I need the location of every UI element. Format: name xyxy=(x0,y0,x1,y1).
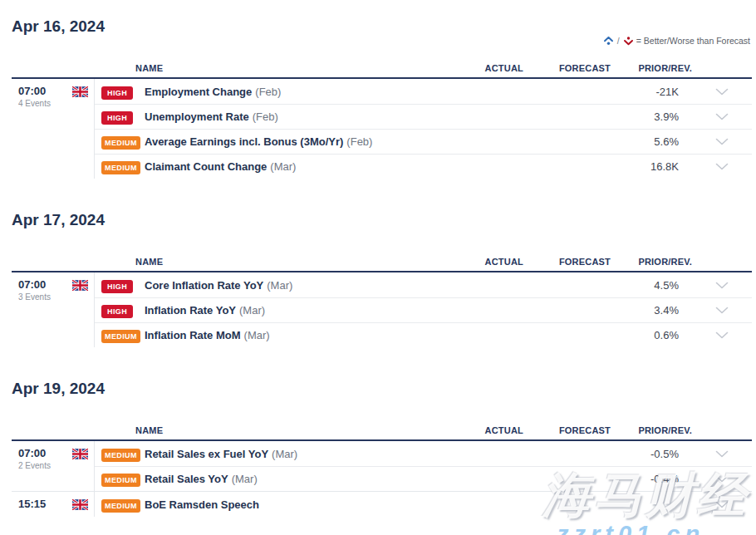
day-section: Apr 19, 2024 NAME ACTUAL FORECAST PRIOR/… xyxy=(12,379,752,517)
expand-cell xyxy=(692,113,752,120)
event-time: 07:00 xyxy=(18,85,51,97)
table-header-row: NAME ACTUAL FORECAST PRIOR/REV. xyxy=(12,63,752,79)
events-table: NAME ACTUAL FORECAST PRIOR/REV. 07:00 2 … xyxy=(12,425,752,517)
prior-value: -0.4% xyxy=(611,473,692,485)
importance-badge: MEDIUM xyxy=(101,330,140,343)
time-cell: 15:15 xyxy=(12,492,94,517)
chevron-down-icon[interactable] xyxy=(715,331,729,339)
event-period: (Mar) xyxy=(270,160,296,173)
events-table: NAME ACTUAL FORECAST PRIOR/REV. 07:00 3 … xyxy=(12,257,752,347)
chevron-down-icon[interactable] xyxy=(715,282,729,289)
event-row[interactable]: HIGH Core Inflation Rate YoY (Mar) 4.5% xyxy=(95,272,752,297)
day-heading: Apr 16, 2024 xyxy=(12,17,752,36)
event-rows: HIGH Core Inflation Rate YoY (Mar) 4.5% … xyxy=(94,272,752,347)
event-name-cell: MEDIUM Average Earnings incl. Bonus (3Mo… xyxy=(95,134,449,150)
uk-flag-icon xyxy=(72,499,88,510)
badge-cell: HIGH xyxy=(101,84,143,100)
event-name: Claimant Count Change xyxy=(145,160,267,173)
time-stack: 07:00 4 Events xyxy=(18,85,51,108)
event-period: (Mar) xyxy=(232,473,258,485)
uk-flag-icon xyxy=(72,449,88,459)
chevron-down-icon[interactable] xyxy=(715,138,729,145)
expand-cell xyxy=(692,88,752,96)
expand-cell xyxy=(692,282,752,289)
event-time: 07:00 xyxy=(18,447,51,459)
chevron-down-icon[interactable] xyxy=(715,450,729,458)
prior-value: 0.6% xyxy=(611,329,692,341)
event-rows: HIGH Employment Change (Feb) -21K HIGH U… xyxy=(94,79,752,179)
event-name: Retail Sales ex Fuel YoY xyxy=(145,448,268,460)
importance-badge: HIGH xyxy=(101,305,133,318)
badge-cell: MEDIUM xyxy=(101,497,143,513)
table-header-row: NAME ACTUAL FORECAST PRIOR/REV. xyxy=(12,425,752,441)
time-group: 07:00 2 Events MEDIUM Retail Sales ex Fu… xyxy=(12,441,752,491)
event-row[interactable]: HIGH Inflation Rate YoY (Mar) 3.4% xyxy=(95,297,752,322)
column-header-forecast: FORECAST xyxy=(523,425,611,435)
chevron-down-icon[interactable] xyxy=(715,163,729,170)
legend-label: = Better/Worse than Forecast xyxy=(636,36,750,46)
event-period: (Mar) xyxy=(267,279,292,292)
column-header-actual: ACTUAL xyxy=(449,257,523,267)
column-header-actual: ACTUAL xyxy=(449,425,523,435)
event-name-cell: MEDIUM Retail Sales ex Fuel YoY (Mar) xyxy=(95,446,449,462)
column-header-name: NAME xyxy=(94,425,449,435)
event-name: Employment Change xyxy=(145,86,252,98)
event-row[interactable]: MEDIUM Claimant Count Change (Mar) 16.8K xyxy=(95,154,752,179)
time-stack: 07:00 3 Events xyxy=(18,278,51,302)
time-stack: 15:15 xyxy=(18,498,46,512)
badge-cell: HIGH xyxy=(101,277,143,293)
event-name: Retail Sales YoY xyxy=(145,473,228,485)
event-row[interactable]: HIGH Employment Change (Feb) -21K xyxy=(95,79,752,104)
event-name-cell: HIGH Unemployment Rate (Feb) xyxy=(95,109,449,125)
day-heading: Apr 19, 2024 xyxy=(12,379,752,398)
event-rows: MEDIUM BoE Ramsden Speech xyxy=(94,492,752,517)
importance-badge: HIGH xyxy=(101,280,133,293)
event-name: Inflation Rate MoM xyxy=(145,329,241,341)
event-name: Average Earnings incl. Bonus (3Mo/Yr) xyxy=(145,135,343,148)
event-row[interactable]: MEDIUM Retail Sales ex Fuel YoY (Mar) -0… xyxy=(95,441,752,466)
time-cell: 07:00 4 Events xyxy=(12,79,94,179)
event-name-cell: MEDIUM BoE Ramsden Speech xyxy=(95,497,449,513)
event-period: (Feb) xyxy=(255,86,281,98)
prior-value: 5.6% xyxy=(611,135,692,148)
chevron-down-icon[interactable] xyxy=(715,475,729,483)
event-row[interactable]: MEDIUM Average Earnings incl. Bonus (3Mo… xyxy=(95,129,752,154)
time-group: 07:00 3 Events HIGH Core Inflation Rate … xyxy=(12,272,752,347)
time-group: 07:00 4 Events HIGH Employment Change (F… xyxy=(12,79,752,179)
chevron-down-icon[interactable] xyxy=(715,307,729,314)
chevron-down-icon[interactable] xyxy=(715,88,729,96)
expand-cell xyxy=(692,475,752,483)
prior-value: 3.9% xyxy=(611,110,692,123)
economic-calendar-page: / = Better/Worse than Forecast Apr 16, 2… xyxy=(0,17,756,535)
event-name-cell: MEDIUM Claimant Count Change (Mar) xyxy=(95,159,449,174)
importance-badge: MEDIUM xyxy=(101,161,140,174)
chevron-down-icon[interactable] xyxy=(715,113,729,120)
importance-badge: MEDIUM xyxy=(101,449,140,462)
badge-cell: MEDIUM xyxy=(101,446,143,462)
event-row[interactable]: MEDIUM Inflation Rate MoM (Mar) 0.6% xyxy=(95,322,752,347)
event-row[interactable]: HIGH Unemployment Rate (Feb) 3.9% xyxy=(95,104,752,129)
importance-badge: MEDIUM xyxy=(101,474,140,487)
event-name-cell: MEDIUM Inflation Rate MoM (Mar) xyxy=(95,327,449,343)
badge-cell: MEDIUM xyxy=(101,134,143,150)
expand-cell xyxy=(692,450,752,458)
chevron-down-icon[interactable] xyxy=(715,501,729,508)
event-row[interactable]: MEDIUM Retail Sales YoY (Mar) -0.4% xyxy=(95,466,752,491)
time-groups: 07:00 2 Events MEDIUM Retail Sales ex Fu… xyxy=(12,441,752,517)
time-groups: 07:00 4 Events HIGH Employment Change (F… xyxy=(12,79,752,179)
better-than-forecast-icon xyxy=(603,36,614,46)
time-cell: 07:00 2 Events xyxy=(12,441,94,491)
event-row[interactable]: MEDIUM BoE Ramsden Speech xyxy=(95,492,752,517)
watermark-url-text: zzrt01.cn xyxy=(557,521,704,535)
events-count: 2 Events xyxy=(18,461,51,470)
events-count: 4 Events xyxy=(18,99,51,108)
badge-cell: MEDIUM xyxy=(101,159,143,174)
badge-cell: MEDIUM xyxy=(101,471,143,487)
legend-separator: / xyxy=(617,36,620,46)
time-cell: 07:00 3 Events xyxy=(12,272,94,347)
time-groups: 07:00 3 Events HIGH Core Inflation Rate … xyxy=(12,272,752,347)
badge-cell: HIGH xyxy=(101,109,143,125)
column-header-actual: ACTUAL xyxy=(449,63,523,73)
day-heading: Apr 17, 2024 xyxy=(12,210,752,229)
events-count: 3 Events xyxy=(18,292,51,302)
